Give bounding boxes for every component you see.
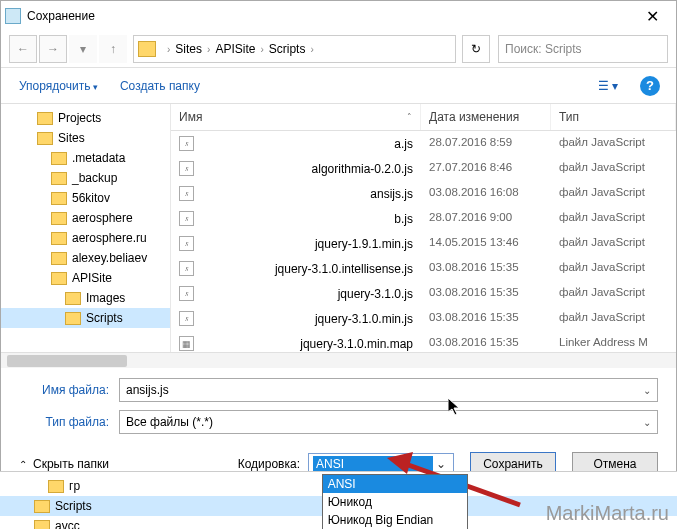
file-icon: ▦ <box>179 336 194 351</box>
file-list[interactable]: Имя ˄ Дата изменения Тип 𝑠a.js28.07.2016… <box>171 104 676 352</box>
file-name: jquery-3.1.0.min.js <box>315 312 413 326</box>
view-options-button[interactable]: ☰ ▾ <box>594 74 622 98</box>
breadcrumb[interactable]: › Sites › APISite › Scripts › <box>133 35 456 63</box>
file-name: ansijs.js <box>370 187 413 201</box>
file-row[interactable]: 𝑠jquery-1.9.1.min.js14.05.2015 13:46файл… <box>171 231 676 256</box>
navbar: ← → ▾ ↑ › Sites › APISite › Scripts › ↻ … <box>1 31 676 68</box>
tree-item[interactable]: aerosphere.ru <box>1 228 170 248</box>
file-row[interactable]: 𝑠jquery-3.1.0.intellisense.js03.08.2016 … <box>171 256 676 281</box>
tree-item[interactable]: aerosphere <box>1 208 170 228</box>
folder-icon <box>51 252 67 265</box>
tree-item-label: Scripts <box>86 311 123 325</box>
breadcrumb-segment[interactable]: Scripts <box>269 42 306 56</box>
column-date[interactable]: Дата изменения <box>421 104 551 130</box>
tree-item-label: aerosphere <box>72 211 133 225</box>
tree-item[interactable]: Sites <box>1 128 170 148</box>
chevron-right-icon: › <box>310 44 313 55</box>
folder-icon <box>48 480 64 493</box>
filename-input[interactable]: ansijs.js ⌄ <box>119 378 658 402</box>
file-type: файл JavaScript <box>551 259 676 278</box>
encoding-label: Кодировка: <box>238 457 300 471</box>
file-date: 03.08.2016 15:35 <box>421 309 551 328</box>
file-row[interactable]: ▦jquery-3.1.0.min.map03.08.2016 15:35Lin… <box>171 331 676 352</box>
column-type[interactable]: Тип <box>551 104 676 130</box>
file-icon: 𝑠 <box>179 136 194 151</box>
folder-icon <box>65 292 81 305</box>
folder-icon <box>51 212 67 225</box>
file-icon: 𝑠 <box>179 286 194 301</box>
help-button[interactable]: ? <box>640 76 660 96</box>
filetype-label: Тип файла: <box>19 415 119 429</box>
tree-item[interactable]: .metadata <box>1 148 170 168</box>
file-row[interactable]: 𝑠a.js28.07.2016 8:59файл JavaScript <box>171 131 676 156</box>
breadcrumb-segment[interactable]: Sites <box>175 42 202 56</box>
encoding-option[interactable]: ANSI <box>323 475 467 493</box>
tree-item[interactable]: _backup <box>1 168 170 188</box>
file-row[interactable]: 𝑠jquery-3.1.0.js03.08.2016 15:35файл Jav… <box>171 281 676 306</box>
tree-item[interactable]: alexey.beliaev <box>1 248 170 268</box>
column-name[interactable]: Имя ˄ <box>171 104 421 130</box>
close-button[interactable]: ✕ <box>632 7 672 26</box>
nav-back-button[interactable]: ← <box>9 35 37 63</box>
tree-item[interactable]: APISite <box>1 268 170 288</box>
toolbar: Упорядочить Создать папку ☰ ▾ ? <box>1 68 676 104</box>
folder-icon <box>51 152 67 165</box>
file-name: jquery-3.1.0.intellisense.js <box>275 262 413 276</box>
tree-item-label: aerosphere.ru <box>72 231 147 245</box>
file-icon: 𝑠 <box>179 161 194 176</box>
file-type: файл JavaScript <box>551 209 676 228</box>
file-icon: 𝑠 <box>179 186 194 201</box>
file-list-header: Имя ˄ Дата изменения Тип <box>171 104 676 131</box>
file-type: файл JavaScript <box>551 234 676 253</box>
file-type: файл JavaScript <box>551 134 676 153</box>
nav-up-button[interactable]: ↑ <box>99 35 127 63</box>
folder-tree[interactable]: ProjectsSites.metadata_backup56kitovaero… <box>1 104 171 352</box>
titlebar: Сохранение ✕ <box>1 1 676 31</box>
file-date: 03.08.2016 15:35 <box>421 259 551 278</box>
file-name: jquery-3.1.0.min.map <box>300 337 413 351</box>
folder-icon <box>65 312 81 325</box>
folder-icon <box>51 272 67 285</box>
organize-menu[interactable]: Упорядочить <box>17 75 100 97</box>
caret-down-icon: ⌃ <box>19 459 27 470</box>
tree-item-label: 56kitov <box>72 191 110 205</box>
file-row[interactable]: 𝑠jquery-3.1.0.min.js03.08.2016 15:35файл… <box>171 306 676 331</box>
tree-item[interactable]: Scripts <box>1 308 170 328</box>
file-date: 14.05.2015 13:46 <box>421 234 551 253</box>
encoding-option[interactable]: Юникод Big Endian <box>323 511 467 529</box>
file-date: 03.08.2016 15:35 <box>421 334 551 352</box>
tree-item[interactable]: Images <box>1 288 170 308</box>
file-row[interactable]: 𝑠algorithmia-0.2.0.js27.07.2016 8:46файл… <box>171 156 676 181</box>
refresh-button[interactable]: ↻ <box>462 35 490 63</box>
tree-item-label: alexey.beliaev <box>72 251 147 265</box>
search-input[interactable]: Поиск: Scripts <box>498 35 668 63</box>
nav-forward-button[interactable]: → <box>39 35 67 63</box>
save-dialog: Сохранение ✕ ← → ▾ ↑ › Sites › APISite ›… <box>0 0 677 491</box>
chevron-right-icon: › <box>207 44 210 55</box>
tree-item[interactable]: Projects <box>1 108 170 128</box>
file-name: jquery-1.9.1.min.js <box>315 237 413 251</box>
file-row[interactable]: 𝑠b.js28.07.2016 9:00файл JavaScript <box>171 206 676 231</box>
encoding-dropdown[interactable]: ANSIЮникодЮникод Big EndianUTF-8 <box>322 474 468 529</box>
filetype-input[interactable]: Все файлы (*.*) ⌄ <box>119 410 658 434</box>
folder-icon <box>51 172 67 185</box>
new-folder-button[interactable]: Создать папку <box>118 75 202 97</box>
folder-icon <box>37 132 53 145</box>
file-icon: 𝑠 <box>179 211 194 226</box>
horizontal-scrollbar[interactable] <box>1 352 676 368</box>
encoding-option[interactable]: Юникод <box>323 493 467 511</box>
file-row[interactable]: 𝑠ansijs.js03.08.2016 16:08файл JavaScrip… <box>171 181 676 206</box>
file-type: Linker Address M <box>551 334 676 352</box>
folder-icon <box>51 192 67 205</box>
folder-icon <box>34 500 50 513</box>
hide-folders-toggle[interactable]: ⌃ Скрыть папки <box>19 457 109 471</box>
sort-caret-icon: ˄ <box>407 112 412 122</box>
file-type: файл JavaScript <box>551 184 676 203</box>
tree-item[interactable]: 56kitov <box>1 188 170 208</box>
file-name: b.js <box>394 212 413 226</box>
nav-recent-button[interactable]: ▾ <box>69 35 97 63</box>
file-icon: 𝑠 <box>179 311 194 326</box>
tree-item-label: Images <box>86 291 125 305</box>
breadcrumb-segment[interactable]: APISite <box>215 42 255 56</box>
file-name: algorithmia-0.2.0.js <box>312 162 413 176</box>
